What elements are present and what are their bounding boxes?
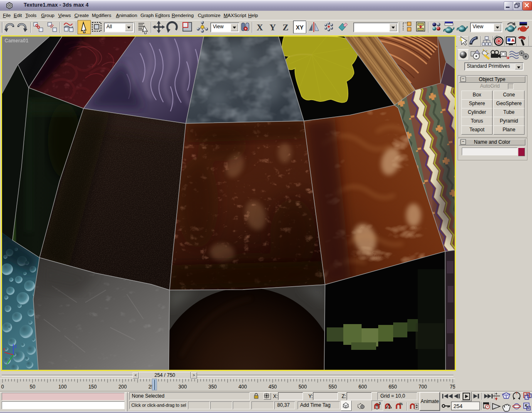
svg-text:50: 50 <box>30 384 36 390</box>
svg-text:254: 254 <box>453 403 463 409</box>
svg-text:500: 500 <box>298 384 307 390</box>
svg-text:75: 75 <box>450 384 455 390</box>
svg-text:450: 450 <box>268 384 277 390</box>
svg-text:Y: Y <box>269 22 276 32</box>
svg-text:Y: Y <box>4 365 6 369</box>
svg-text:XY: XY <box>296 24 304 31</box>
svg-text:350: 350 <box>208 384 217 390</box>
svg-text:150: 150 <box>89 384 97 390</box>
svg-text:400: 400 <box>239 384 247 390</box>
svg-text:0: 0 <box>1 384 4 390</box>
svg-text:600: 600 <box>359 384 367 390</box>
svg-text:300: 300 <box>178 384 187 390</box>
svg-text:Z: Z <box>15 344 17 349</box>
svg-text:550: 550 <box>328 384 337 390</box>
svg-text:3: 3 <box>379 401 381 406</box>
svg-text:700: 700 <box>419 384 427 390</box>
svg-text:650: 650 <box>389 384 397 390</box>
svg-text:100: 100 <box>58 384 66 390</box>
svg-text:%: % <box>399 402 403 406</box>
svg-text:X: X <box>3 347 5 352</box>
svg-text:Camera01: Camera01 <box>5 38 29 44</box>
svg-text:Z: Z <box>283 22 288 32</box>
svg-text:200: 200 <box>118 384 127 390</box>
svg-text:X: X <box>256 22 263 32</box>
